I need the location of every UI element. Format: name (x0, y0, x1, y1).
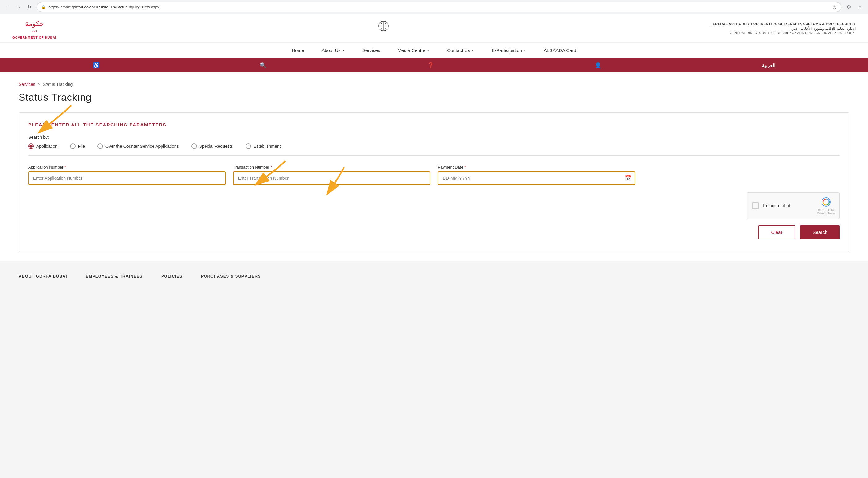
footer-col-employees-title: EMPLOYEES & TRAINEES (86, 274, 143, 278)
address-url: https://smart.gdrfad.gov.ae/Public_Th/St… (49, 5, 830, 9)
captcha-privacy-text: Privacy - Terms (817, 212, 835, 214)
captcha-section: I'm not a robot (28, 192, 840, 219)
radio-establishment-circle (246, 143, 251, 149)
breadcrumb-current: Status Tracking (43, 82, 73, 87)
gdrfa-logo-icon (371, 20, 396, 37)
content-area: Services > Status Tracking Status Tracki… (0, 72, 868, 261)
address-bar[interactable]: 🔒 https://smart.gdrfad.gov.ae/Public_Th/… (37, 2, 841, 12)
gov-logo-svg: حكومة دبي (22, 18, 47, 34)
forward-button[interactable]: → (14, 3, 23, 11)
transaction-number-field-group: Transaction Number * (233, 165, 431, 185)
nav-media-centre[interactable]: Media Centre ▼ (395, 43, 432, 57)
search-button[interactable]: Search (800, 225, 840, 239)
nav-e-participation[interactable]: E-Participation ▼ (489, 43, 529, 57)
authority-ar-text: الإدارة العامة للإقامة وشؤون الأجانب - د… (711, 26, 856, 31)
browser-actions: ⚙ ≡ (844, 3, 864, 11)
arabic-toggle[interactable]: العربية (755, 60, 781, 71)
radio-file-label: File (78, 144, 85, 149)
radio-application[interactable]: Application (28, 143, 58, 149)
recaptcha-label: reCAPTCHA (818, 208, 834, 212)
captcha-label: I'm not a robot (763, 203, 814, 208)
search-by-label: Search by: (28, 135, 840, 140)
footer-col-purchases-title: PURCHASES & SUPPLIERS (201, 274, 261, 278)
breadcrumb-separator: > (38, 82, 40, 87)
radio-establishment[interactable]: Establishment (246, 143, 281, 149)
radio-application-circle (28, 143, 34, 149)
gov-en-text: GOVERNMENT OF DUBAI (12, 36, 56, 39)
captcha-checkbox[interactable] (752, 202, 759, 209)
footer-col-about: ABOUT GDRFA DUBAI (19, 274, 67, 278)
transaction-number-required: * (270, 165, 272, 169)
browser-nav-buttons: ← → ↻ (4, 3, 33, 11)
radio-special-requests[interactable]: Special Requests (191, 143, 233, 149)
nav-services[interactable]: Services (360, 43, 383, 57)
gov-dubai-logo: حكومة دبي GOVERNMENT OF DUBAI (12, 18, 56, 39)
radio-special-circle (191, 143, 197, 149)
nav-alsaada-card[interactable]: ALSAADA Card (541, 43, 579, 57)
footer-col-about-title: ABOUT GDRFA DUBAI (19, 274, 67, 278)
transaction-number-label: Transaction Number * (233, 165, 431, 169)
radio-special-label: Special Requests (199, 144, 233, 149)
contact-us-dropdown-arrow: ▼ (471, 48, 474, 52)
menu-button[interactable]: ≡ (856, 3, 864, 11)
lock-icon: 🔒 (41, 5, 46, 9)
icon-bar: ♿ 🔍 ❓ 👤 العربية (0, 58, 868, 72)
calendar-icon[interactable]: 📅 (625, 175, 631, 181)
search-icon: 🔍 (260, 62, 267, 69)
application-number-required: * (64, 165, 66, 169)
radio-file[interactable]: File (70, 143, 85, 149)
recaptcha-icon (821, 197, 831, 208)
logo-section: حكومة دبي GOVERNMENT OF DUBAI (12, 18, 56, 39)
payment-date-label: Payment Date * (438, 165, 635, 169)
radio-application-label: Application (36, 144, 58, 149)
radio-file-circle (70, 143, 75, 149)
footer-col-policies-title: POLICIES (161, 274, 183, 278)
accessibility-icon-bar[interactable]: ♿ (87, 60, 106, 71)
site-header: حكومة دبي GOVERNMENT OF DUBAI FEDERAL AU… (0, 14, 868, 43)
user-icon-bar[interactable]: 👤 (588, 60, 608, 71)
captcha-box: I'm not a robot (747, 192, 840, 219)
button-row: Clear Search (28, 225, 840, 239)
search-panel: PLEASE ENTER ALL THE SEARCHING PARAMETER… (19, 112, 849, 252)
authority-sub-text: GENERAL DIRECTORATE OF RESIDENCY AND FOR… (711, 31, 856, 35)
authority-en-text: FEDERAL AUTHORITY FOR IDENTITY, CITIZENS… (711, 22, 856, 26)
gov-arabic-text: حكومة دبي (22, 18, 47, 36)
refresh-button[interactable]: ↻ (25, 3, 33, 11)
radio-counter-circle (97, 143, 103, 149)
transaction-number-input[interactable] (233, 171, 431, 185)
nav-home[interactable]: Home (289, 43, 307, 57)
fields-row: Application Number * Transaction Number … (28, 165, 840, 185)
nav-about-us[interactable]: About Us ▼ (319, 43, 347, 57)
svg-text:دبي: دبي (32, 29, 37, 32)
authority-section: FEDERAL AUTHORITY FOR IDENTITY, CITIZENS… (711, 22, 856, 35)
svg-text:حكومة: حكومة (25, 20, 44, 28)
application-number-input[interactable] (28, 171, 226, 185)
breadcrumb: Services > Status Tracking (19, 82, 849, 87)
captcha-logo: reCAPTCHA Privacy - Terms (817, 197, 835, 214)
authority-logo-area (371, 20, 396, 37)
footer-columns: ABOUT GDRFA DUBAI EMPLOYEES & TRAINEES P… (19, 274, 849, 278)
help-icon: ❓ (427, 62, 434, 69)
radio-establishment-label: Establishment (254, 144, 281, 149)
about-us-dropdown-arrow: ▼ (342, 48, 345, 52)
application-number-label: Application Number * (28, 165, 226, 169)
radio-counter-label: Over the Counter Service Applications (105, 144, 179, 149)
radio-counter-service[interactable]: Over the Counter Service Applications (97, 143, 179, 149)
extensions-button[interactable]: ⚙ (844, 3, 853, 11)
site-footer: ABOUT GDRFA DUBAI EMPLOYEES & TRAINEES P… (0, 261, 868, 285)
breadcrumb-services-link[interactable]: Services (19, 82, 35, 87)
help-icon-bar[interactable]: ❓ (421, 60, 440, 71)
bookmark-icon[interactable]: ☆ (832, 4, 837, 10)
footer-col-policies: POLICIES (161, 274, 183, 278)
e-participation-dropdown-arrow: ▼ (523, 48, 526, 52)
clear-button[interactable]: Clear (758, 225, 796, 239)
footer-col-purchases: PURCHASES & SUPPLIERS (201, 274, 261, 278)
search-icon-bar[interactable]: 🔍 (254, 60, 273, 71)
application-number-field-group: Application Number * (28, 165, 226, 185)
payment-date-input[interactable] (438, 171, 635, 185)
media-centre-dropdown-arrow: ▼ (427, 48, 430, 52)
back-button[interactable]: ← (4, 3, 12, 11)
browser-chrome: ← → ↻ 🔒 https://smart.gdrfad.gov.ae/Publ… (0, 0, 868, 14)
accessibility-icon: ♿ (93, 62, 99, 69)
nav-contact-us[interactable]: Contact Us ▼ (444, 43, 477, 57)
